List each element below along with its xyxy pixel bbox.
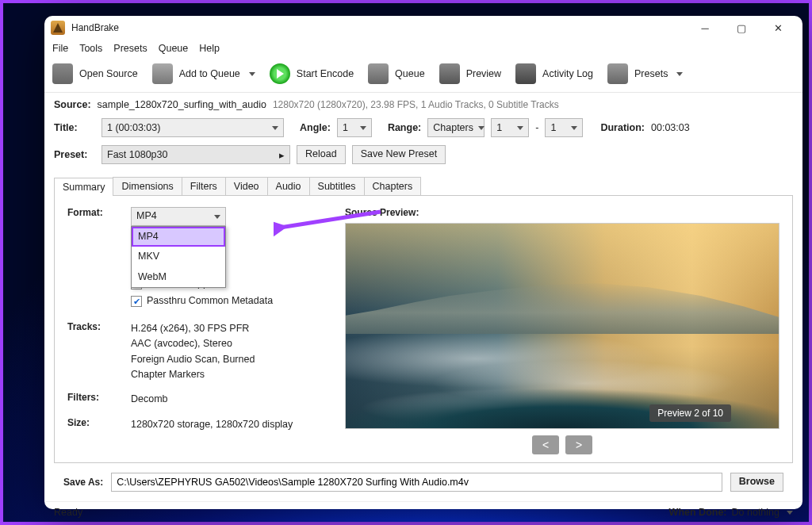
whendone-value[interactable]: Do nothing bbox=[732, 507, 779, 518]
range-mode: Chapters bbox=[433, 122, 473, 133]
minimize-button[interactable]: ─ bbox=[687, 16, 723, 40]
tab-video[interactable]: Video bbox=[225, 177, 268, 195]
chevron-down-icon bbox=[360, 126, 366, 130]
angle-select[interactable]: 1 bbox=[337, 118, 372, 137]
chevron-down-icon bbox=[517, 126, 523, 130]
title-label: Title: bbox=[54, 122, 95, 133]
summary-right: Source Preview: Preview 2 of 10 < > bbox=[345, 207, 779, 454]
format-option-webm[interactable]: WebM bbox=[132, 267, 225, 287]
add-queue-label: Add to Queue bbox=[179, 68, 240, 79]
preview-image: Preview 2 of 10 bbox=[345, 223, 779, 429]
chevron-down-icon bbox=[249, 72, 255, 76]
start-encode-button[interactable]: Start Encode bbox=[270, 63, 354, 84]
app-window: HandBrake ─ ▢ ✕ File Tools Presets Queue… bbox=[44, 16, 802, 509]
title-row: Title: 1 (00:03:03) Angle: 1 Range: Chap… bbox=[54, 118, 793, 137]
titlebar: HandBrake ─ ▢ ✕ bbox=[44, 16, 802, 40]
tracks-list: H.264 (x264), 30 FPS PFR AAC (avcodec), … bbox=[131, 321, 321, 383]
open-source-button[interactable]: Open Source bbox=[52, 63, 138, 84]
summary-pane: Format: MP4 MP4 MKV WebM iPod 5G Support bbox=[54, 196, 793, 463]
chevron-down-icon bbox=[571, 126, 577, 130]
menu-queue[interactable]: Queue bbox=[159, 43, 189, 54]
format-select[interactable]: MP4 bbox=[131, 207, 226, 226]
tab-chapters[interactable]: Chapters bbox=[364, 177, 422, 195]
menu-file[interactable]: File bbox=[52, 43, 68, 54]
source-file: sample_1280x720_surfing_with_audio bbox=[98, 99, 266, 110]
track-line: AAC (avcodec), Stereo bbox=[131, 336, 321, 351]
reload-button[interactable]: Reload bbox=[297, 145, 346, 164]
format-label: Format: bbox=[67, 207, 131, 312]
angle-label: Angle: bbox=[300, 122, 331, 133]
passthru-row: ✔Passthru Common Metadata bbox=[131, 293, 321, 308]
presets-button[interactable]: Presets bbox=[607, 63, 683, 84]
angle-value: 1 bbox=[343, 122, 348, 133]
format-value: MP4 bbox=[136, 209, 157, 224]
tracks-label: Tracks: bbox=[67, 321, 131, 383]
filters-value: Decomb bbox=[131, 392, 321, 407]
track-line: Foreign Audio Scan, Burned bbox=[131, 352, 321, 367]
source-meta: 1280x720 (1280x720), 23.98 FPS, 1 Audio … bbox=[273, 99, 559, 110]
title-select[interactable]: 1 (00:03:03) bbox=[102, 118, 284, 137]
log-label: Activity Log bbox=[542, 68, 593, 79]
activity-log-button[interactable]: Activity Log bbox=[515, 63, 593, 84]
save-new-preset-button[interactable]: Save New Preset bbox=[352, 145, 446, 164]
track-line: Chapter Markers bbox=[131, 367, 321, 382]
tab-dimensions[interactable]: Dimensions bbox=[113, 177, 182, 195]
duration-label: Duration: bbox=[600, 122, 645, 133]
range-from: 1 bbox=[496, 122, 502, 133]
menu-help[interactable]: Help bbox=[199, 43, 220, 54]
passthru-checkbox[interactable]: ✔ bbox=[131, 296, 142, 307]
statusbar: Ready When Done: Do nothing bbox=[44, 501, 802, 525]
range-to-select[interactable]: 1 bbox=[545, 118, 583, 137]
monitor-icon bbox=[439, 63, 460, 84]
range-label: Range: bbox=[388, 122, 421, 133]
chevron-down-icon bbox=[272, 126, 278, 130]
format-dropdown: MP4 MKV WebM bbox=[131, 226, 226, 288]
source-row: Source: sample_1280x720_surfing_with_aud… bbox=[54, 99, 793, 110]
log-icon bbox=[515, 63, 536, 84]
tabs: Summary Dimensions Filters Video Audio S… bbox=[54, 177, 793, 196]
format-option-mp4[interactable]: MP4 bbox=[132, 227, 225, 247]
menu-presets[interactable]: Presets bbox=[113, 43, 147, 54]
stack-plus-icon bbox=[152, 63, 173, 84]
saveas-label: Save As: bbox=[63, 477, 103, 488]
track-line: H.264 (x264), 30 FPS PFR bbox=[131, 321, 321, 336]
preview-button[interactable]: Preview bbox=[439, 63, 501, 84]
filters-label: Filters: bbox=[67, 392, 131, 407]
tab-audio[interactable]: Audio bbox=[267, 177, 310, 195]
presets-label: Presets bbox=[634, 68, 668, 79]
size-value: 1280x720 storage, 1280x720 display bbox=[131, 417, 321, 432]
menu-tools[interactable]: Tools bbox=[79, 43, 102, 54]
frames-icon bbox=[368, 63, 389, 84]
preview-badge: Preview 2 of 10 bbox=[649, 404, 731, 422]
range-to: 1 bbox=[550, 122, 556, 133]
toolbar: Open Source Add to Queue Start Encode Qu… bbox=[44, 59, 802, 93]
range-mode-select[interactable]: Chapters bbox=[427, 118, 485, 137]
close-button[interactable]: ✕ bbox=[760, 16, 796, 40]
preset-value: Fast 1080p30 bbox=[107, 149, 167, 160]
preview-prev-button[interactable]: < bbox=[532, 435, 559, 454]
menubar: File Tools Presets Queue Help bbox=[44, 40, 802, 59]
preview-next-button[interactable]: > bbox=[565, 435, 592, 454]
tab-filters[interactable]: Filters bbox=[182, 177, 226, 195]
chevron-down-icon bbox=[787, 511, 793, 515]
range-from-select[interactable]: 1 bbox=[491, 118, 529, 137]
queue-button[interactable]: Queue bbox=[368, 63, 425, 84]
window-title: HandBrake bbox=[71, 22, 119, 33]
status-ready: Ready bbox=[54, 507, 82, 518]
app-icon bbox=[51, 21, 65, 35]
summary-left: Format: MP4 MP4 MKV WebM iPod 5G Support bbox=[67, 207, 321, 454]
duration-value: 00:03:03 bbox=[651, 122, 690, 133]
chevron-down-icon bbox=[214, 215, 220, 219]
browse-button[interactable]: Browse bbox=[730, 473, 783, 492]
preset-select[interactable]: Fast 1080p30▸ bbox=[102, 145, 290, 164]
tab-summary[interactable]: Summary bbox=[54, 178, 113, 196]
preview-heading: Source Preview: bbox=[345, 207, 779, 218]
play-icon bbox=[270, 63, 290, 84]
add-to-queue-button[interactable]: Add to Queue bbox=[152, 63, 255, 84]
tab-subtitles[interactable]: Subtitles bbox=[309, 177, 365, 195]
saveas-input[interactable] bbox=[111, 473, 722, 492]
start-encode-label: Start Encode bbox=[297, 68, 354, 79]
preset-icon bbox=[607, 63, 628, 84]
format-option-mkv[interactable]: MKV bbox=[132, 247, 225, 266]
maximize-button[interactable]: ▢ bbox=[723, 16, 760, 40]
